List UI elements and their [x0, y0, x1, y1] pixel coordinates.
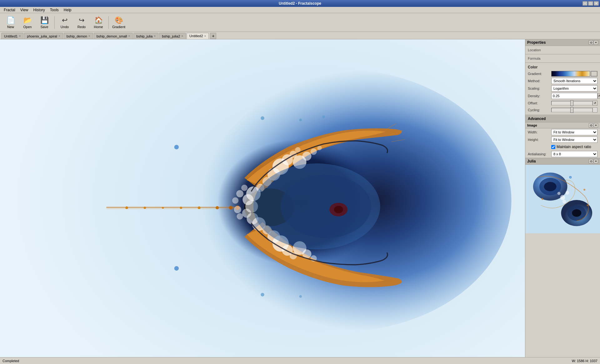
svg-point-47 [334, 206, 343, 213]
svg-point-22 [229, 206, 233, 210]
menu-fractal[interactable]: Fractal [1, 7, 18, 13]
julia-header: Julia ◇ × [525, 158, 600, 165]
menu-history[interactable]: History [31, 7, 47, 13]
maximize-button[interactable]: □ [588, 1, 593, 6]
aspect-ratio-label: Maintain aspect ratio [557, 145, 591, 149]
scaling-row: Scaling: Logarithm Linear Square Root [525, 85, 600, 92]
tab-phoenix-julia-spiral[interactable]: phoenix_julia_spiral × [24, 33, 63, 39]
tab-phoenix-close[interactable]: × [58, 34, 60, 38]
gradient-label: Gradient [112, 25, 125, 29]
formula-label[interactable]: Formula [525, 56, 600, 61]
toolbar-separator-1 [54, 16, 55, 29]
julia-preview[interactable] [525, 165, 600, 233]
svg-point-16 [125, 207, 128, 209]
tab-untitled2-close[interactable]: × [204, 34, 206, 38]
density-reset-button[interactable]: ↺ [598, 93, 600, 98]
svg-point-66 [572, 209, 581, 217]
undo-label: Undo [61, 25, 69, 29]
properties-expand-button[interactable]: ◇ [589, 40, 593, 45]
new-button[interactable]: 📄 New [2, 14, 19, 31]
offset-slider[interactable] [551, 101, 592, 105]
gradient-row: Gradient: [525, 70, 600, 77]
advanced-header: Advanced [525, 115, 600, 122]
tab-bship-demon[interactable]: bship_demon × [64, 33, 93, 39]
menu-help[interactable]: Help [61, 7, 74, 13]
image-close-button[interactable]: × [594, 123, 598, 127]
tab-bship-demon-small-label: bship_demon_small [97, 34, 127, 38]
tab-untitled1-close[interactable]: × [19, 34, 21, 38]
julia-svg [525, 165, 600, 233]
tab-untitled1-label: Untitled1 [4, 34, 18, 38]
width-select[interactable]: Fit to Window 800 1024 1920 [551, 129, 598, 135]
density-input[interactable] [551, 93, 598, 99]
tab-bship-julia[interactable]: bship_julia × [133, 33, 158, 39]
tab-bship-demon-small-close[interactable]: × [128, 34, 130, 38]
svg-point-70 [562, 200, 566, 203]
canvas-area[interactable] [0, 39, 525, 357]
julia-close-button[interactable]: × [594, 159, 598, 163]
svg-point-52 [261, 116, 264, 120]
redo-icon: ↪ [79, 16, 84, 24]
location-label[interactable]: Location [525, 47, 600, 53]
method-select[interactable]: Smooth Iterations Iteration Count Angle [551, 78, 598, 84]
cycling-row: Cycling: [525, 107, 600, 113]
open-button[interactable]: 📂 Open [19, 14, 36, 31]
add-tab-button[interactable]: + [210, 33, 216, 39]
menu-tools[interactable]: Tools [48, 7, 61, 13]
undo-button[interactable]: ↩ Undo [57, 14, 73, 31]
undo-icon: ↩ [62, 16, 68, 24]
tab-bship-julia2-close[interactable]: × [181, 34, 183, 38]
save-button[interactable]: 💾 Save [36, 14, 52, 31]
scaling-label: Scaling: [528, 87, 551, 90]
scaling-select[interactable]: Logarithm Linear Square Root [551, 85, 598, 92]
close-button[interactable]: × [594, 1, 599, 6]
density-label: Density: [528, 94, 551, 98]
julia-expand-button[interactable]: ◇ [589, 159, 593, 163]
redo-label: Redo [78, 25, 86, 29]
image-expand-button[interactable]: ◇ [589, 123, 593, 127]
tab-bship-julia2-label: bship_julia2 [162, 34, 180, 38]
offset-reset-button[interactable]: ↺ [592, 101, 598, 106]
titlebar: Untitled2 - Fractalscope − □ × [0, 0, 600, 7]
cycling-reset-button[interactable] [592, 107, 598, 112]
home-icon: 🏠 [94, 16, 103, 24]
right-panel: Properties ◇ × Location Formula Color Gr… [525, 39, 600, 357]
cycling-slider[interactable] [551, 108, 592, 112]
tab-untitled1[interactable]: Untitled1 × [1, 33, 23, 39]
svg-point-69 [558, 192, 561, 195]
height-select[interactable]: Fit to Window 600 768 1080 [551, 137, 598, 143]
aspect-ratio-checkbox[interactable] [551, 145, 555, 149]
tab-bship-demon-close[interactable]: × [88, 34, 90, 38]
gradient-bar[interactable] [551, 71, 590, 77]
antialiasing-select[interactable]: 8 x 8 None 2 x 2 4 x 4 [551, 151, 598, 157]
redo-button[interactable]: ↪ Redo [73, 14, 90, 31]
properties-title: Properties [527, 40, 546, 45]
color-section: Color Gradient: Method: Smooth Iteration… [525, 63, 600, 115]
home-button[interactable]: 🏠 Home [90, 14, 107, 31]
svg-point-7 [295, 147, 300, 152]
julia-title: Julia [527, 159, 536, 163]
svg-point-53 [299, 119, 302, 122]
formula-section: Formula [525, 54, 600, 63]
svg-point-34 [234, 206, 241, 213]
tab-bship-julia-close[interactable]: × [154, 34, 156, 38]
fractal-display [0, 39, 525, 357]
location-section: Location [525, 46, 600, 54]
svg-point-31 [241, 185, 248, 191]
minimize-button[interactable]: − [582, 1, 588, 6]
svg-point-72 [583, 189, 585, 191]
tab-bship-julia2[interactable]: bship_julia2 × [159, 33, 186, 39]
properties-close-button[interactable]: × [594, 40, 598, 45]
offset-label: Offset: [528, 101, 551, 105]
svg-point-20 [198, 207, 201, 209]
tabbar: Untitled1 × phoenix_julia_spiral × bship… [0, 32, 600, 39]
svg-point-21 [216, 206, 219, 209]
gradient-button[interactable]: 🎨 Gradient [111, 14, 127, 31]
tab-bship-demon-label: bship_demon [67, 34, 87, 38]
tab-bship-demon-small[interactable]: bship_demon_small × [94, 33, 133, 39]
home-label: Home [94, 25, 103, 29]
gradient-swatch[interactable] [591, 71, 598, 77]
menu-view[interactable]: View [18, 7, 31, 13]
svg-point-33 [232, 197, 238, 204]
tab-untitled2[interactable]: Untitled2 × [187, 33, 209, 39]
